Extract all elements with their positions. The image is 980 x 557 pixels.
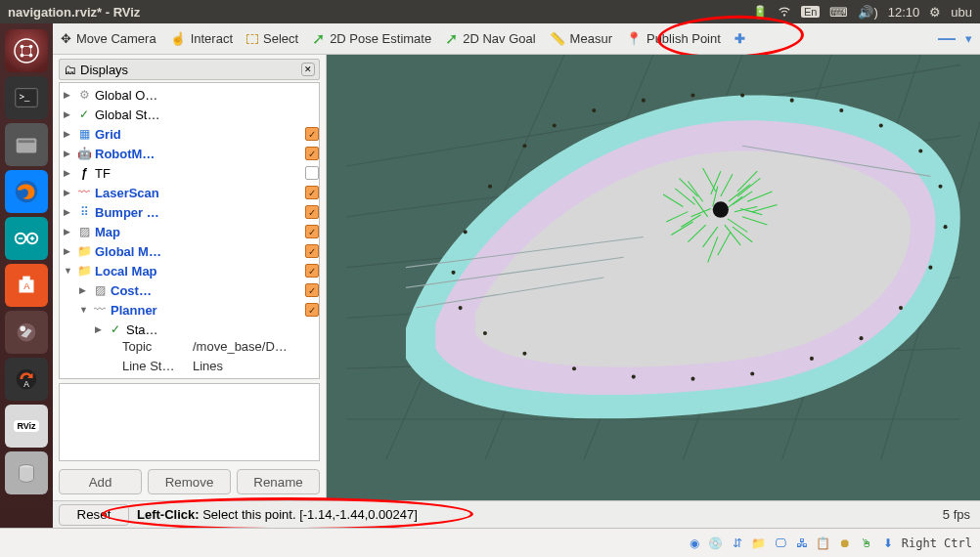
- plus-icon: ✚: [735, 31, 745, 46]
- displays-close[interactable]: ✕: [301, 63, 315, 76]
- checkbox[interactable]: ✓: [305, 186, 319, 199]
- expand-icon[interactable]: ▶: [95, 324, 105, 334]
- vm-status-bar: ◉ 💿 ⇵ 📁 🖵 🖧 📋 ⏺ 🖱 ⬇ Right Ctrl: [0, 528, 980, 557]
- displays-tree[interactable]: ▶⚙Global O…✓ ▶✓Global St…✓ ▶▦Grid✓ ▶🤖Rob…: [59, 82, 320, 379]
- displays-header[interactable]: 🗂 Displays ✕: [59, 59, 320, 80]
- svg-point-22: [522, 144, 526, 148]
- vm-cd-icon[interactable]: 💿: [708, 536, 724, 551]
- launcher-software[interactable]: A: [5, 264, 48, 307]
- checkbox[interactable]: ✓: [305, 303, 319, 317]
- launcher-arduino[interactable]: [5, 217, 48, 260]
- expand-icon[interactable]: ▶: [64, 188, 73, 197]
- checkbox[interactable]: ✓: [305, 283, 319, 297]
- launcher-terminal[interactable]: >_: [5, 76, 48, 119]
- keyboard-icon: ⌨: [829, 5, 848, 20]
- tool-select[interactable]: Select: [246, 31, 298, 46]
- svg-point-43: [483, 331, 487, 335]
- expand-icon[interactable]: ▶: [64, 129, 73, 139]
- tool-add[interactable]: ✚: [735, 31, 745, 46]
- item-laserscan[interactable]: LaserScan: [95, 186, 302, 200]
- item-costmap[interactable]: Cost…: [111, 283, 302, 298]
- checkbox[interactable]: ✓: [305, 205, 319, 219]
- item-local-map[interactable]: Local Map: [95, 264, 302, 278]
- expand-icon[interactable]: ▶: [79, 285, 89, 295]
- expand-icon[interactable]: ▶: [64, 109, 73, 119]
- tool-2d-pose-estimate[interactable]: ➚2D Pose Estimate: [312, 29, 431, 48]
- svg-point-0: [783, 15, 784, 16]
- launcher-rviz[interactable]: RViz: [5, 405, 48, 448]
- expand-icon[interactable]: ▶: [64, 90, 73, 100]
- tf-icon: ƒ: [76, 165, 92, 181]
- item-tf[interactable]: TF: [95, 166, 302, 181]
- clock[interactable]: 12:10: [888, 5, 920, 20]
- interact-label: Interact: [191, 31, 233, 46]
- item-grid[interactable]: Grid: [95, 127, 302, 142]
- item-status[interactable]: Sta…: [126, 322, 302, 337]
- expand-icon[interactable]: ▶: [64, 246, 73, 256]
- select-label: Select: [263, 31, 298, 46]
- toolbar-expand[interactable]: ▾: [965, 31, 972, 46]
- collapse-icon[interactable]: ▼: [79, 305, 89, 315]
- vm-record-icon[interactable]: ⏺: [837, 536, 853, 551]
- language-indicator[interactable]: En: [801, 6, 820, 18]
- launcher-updater[interactable]: A: [5, 358, 48, 401]
- tool-2d-nav-goal[interactable]: ➚2D Nav Goal: [445, 29, 535, 48]
- checkbox[interactable]: ✓: [305, 264, 319, 278]
- collapse-icon[interactable]: ▼: [64, 266, 73, 276]
- vm-network-icon[interactable]: 🖧: [794, 536, 810, 551]
- item-global-map[interactable]: Global M…: [95, 244, 302, 259]
- expand-icon[interactable]: ▶: [64, 207, 73, 217]
- prop-topic-value[interactable]: /move_base/D…: [193, 339, 319, 359]
- item-global-status[interactable]: Global St…: [95, 107, 302, 122]
- launcher-settings[interactable]: [5, 311, 48, 354]
- item-planner[interactable]: Planner: [111, 303, 302, 318]
- prop-color-value[interactable]: 0; 12; 255: [193, 378, 319, 379]
- rviz-3d-view[interactable]: [327, 55, 980, 500]
- checkbox[interactable]: ✓: [305, 147, 319, 160]
- item-map[interactable]: Map: [95, 225, 302, 239]
- vm-display-icon[interactable]: 🖵: [773, 536, 788, 551]
- prop-color-key: Color: [122, 378, 193, 379]
- user-name[interactable]: ubu: [951, 5, 972, 20]
- displays-panel: 🗂 Displays ✕ ▶⚙Global O…✓ ▶✓Global St…✓ …: [53, 55, 327, 500]
- expand-icon[interactable]: ▶: [64, 149, 73, 158]
- tool-measure[interactable]: 📏Measur: [550, 31, 612, 46]
- expand-icon[interactable]: ▶: [64, 168, 73, 178]
- launcher-dash[interactable]: [5, 29, 48, 72]
- tool-publish-point[interactable]: 📍Publish Point: [626, 31, 721, 46]
- planner-icon: 〰: [92, 302, 108, 318]
- add-button[interactable]: Add: [59, 469, 142, 494]
- vm-shared-icon[interactable]: 📁: [751, 536, 767, 551]
- vm-disk-icon[interactable]: ◉: [687, 536, 702, 551]
- checkbox[interactable]: ✓: [305, 225, 319, 238]
- vm-capture-icon[interactable]: ⬇: [880, 536, 896, 551]
- svg-point-1: [15, 39, 38, 63]
- item-bumper[interactable]: Bumper …: [95, 205, 302, 220]
- move-camera-icon: ✥: [61, 31, 71, 46]
- checkbox[interactable]: ✓: [305, 166, 319, 180]
- tool-interact[interactable]: ☝Interact: [170, 31, 233, 46]
- reset-button[interactable]: Reset: [59, 504, 129, 526]
- vm-clipboard-icon[interactable]: 📋: [816, 536, 831, 551]
- item-robot-model[interactable]: RobotM…: [95, 147, 302, 161]
- vm-usb-icon[interactable]: ⇵: [730, 536, 745, 551]
- vm-mouse-icon[interactable]: 🖱: [859, 536, 874, 551]
- svg-point-23: [553, 123, 557, 127]
- launcher-files[interactable]: [5, 123, 48, 166]
- tool-move-camera[interactable]: ✥Move Camera: [61, 31, 156, 46]
- remove-button[interactable]: Remove: [148, 469, 231, 494]
- launcher-trash[interactable]: [5, 451, 48, 494]
- svg-point-29: [839, 108, 843, 112]
- checkbox[interactable]: ✓: [305, 127, 319, 141]
- toolbar-minimize[interactable]: —: [938, 28, 956, 49]
- publish-point-label: Publish Point: [646, 31, 721, 46]
- session-icon[interactable]: ⚙: [929, 5, 941, 20]
- rename-button[interactable]: Rename: [237, 469, 320, 494]
- item-global-options[interactable]: Global O…: [95, 88, 302, 103]
- launcher-firefox[interactable]: [5, 170, 48, 213]
- volume-icon[interactable]: 🔊): [858, 5, 877, 20]
- checkbox[interactable]: ✓: [305, 244, 319, 258]
- svg-point-31: [918, 149, 922, 152]
- prop-linestyle-value[interactable]: Lines: [193, 359, 319, 378]
- expand-icon[interactable]: ▶: [64, 227, 73, 236]
